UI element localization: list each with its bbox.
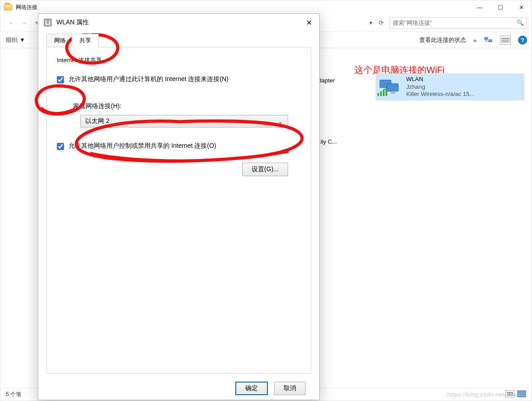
chevron-down-icon[interactable]: ▾ [369,19,372,26]
toolbar-icon-1[interactable] [484,36,493,45]
maximize-button[interactable]: ☐ [490,0,511,14]
dialog-titlebar[interactable]: WLAN 属性 ✕ [38,14,319,31]
dialog-footer: 确定 取消 [38,377,319,400]
combo-value: 以太网 2 [85,117,110,125]
forward-button[interactable]: → [18,17,30,29]
status-text: 5 个项 [6,391,21,398]
checkbox-allow-control-input[interactable] [57,143,64,150]
wifi-adapter-icon [377,75,402,95]
search-icon[interactable]: 🔍 [517,19,524,26]
tab-sharing[interactable]: 共享 [72,34,99,47]
home-network-combo[interactable]: 以太网 2 ⌄ [80,115,288,128]
window-controls: — ☐ ✕ [469,0,532,14]
ok-button[interactable]: 确定 [235,382,268,395]
adapter-icon [44,18,52,27]
back-button[interactable]: ← [5,17,18,29]
watermark-text: https://blog.csdn.net/zhan... [447,391,526,398]
group-title: Internet 连接共享 [57,56,301,64]
refresh-button[interactable]: ⟳ [375,17,387,29]
view-layout-button[interactable] [500,36,511,45]
connection-ssid: Jzhang [406,83,474,91]
search-box[interactable]: 🔍 [390,17,527,29]
checkbox-allow-share[interactable]: 允许其他网络用户通过此计算机的 Internet 连接来连接(N) [57,75,301,83]
tab-network[interactable]: 网络 [46,34,73,47]
toolbar-label-view-status[interactable]: 查看此连接的状态 [419,36,466,44]
checkbox-allow-control-label: 允许其他网络用户控制或禁用共享的 Internet 连接(O) [69,142,216,150]
tab-panel-sharing: Internet 连接共享 允许其他网络用户通过此计算机的 Internet 连… [46,47,311,374]
chevron-down-icon: ⌄ [278,118,283,125]
signal-bars-icon [377,88,387,96]
checkbox-allow-control[interactable]: 允许其他网络用户控制或禁用共享的 Internet 连接(O) [57,142,301,150]
checkbox-allow-share-label: 允许其他网络用户通过此计算机的 Internet 连接来连接(N) [69,75,229,83]
search-input[interactable] [393,19,517,26]
explorer-titlebar[interactable]: 网络连接 — ☐ ✕ [0,0,532,14]
svg-rect-0 [485,37,488,40]
window-title: 网络连接 [16,4,37,11]
folder-icon [4,4,12,10]
home-network-label: 家庭网络连接(H): [73,102,301,110]
wlan-properties-dialog: WLAN 属性 ✕ 网络 共享 Internet 连接共享 允许其他网络用户通过… [38,14,320,400]
dialog-close-button[interactable]: ✕ [302,16,316,29]
text-fragment-ilyc: ily C... [321,138,337,145]
connection-item-wlan[interactable]: WLAN Jzhang Killer Wireless-n/a/ac 15... [376,73,524,100]
checkbox-allow-share-input[interactable] [57,76,64,83]
settings-button[interactable]: 设置(G)... [242,163,288,176]
cancel-button[interactable]: 取消 [274,382,306,395]
text-fragment-adapter: dapter [318,77,335,84]
tab-strip: 网络 共享 [46,33,311,47]
connection-name: WLAN [406,76,474,83]
help-button[interactable]: ? [518,36,527,45]
minimize-button[interactable]: — [469,0,490,14]
connection-nic: Killer Wireless-n/a/ac 15... [406,91,474,98]
organize-menu[interactable]: 组织▼ [6,36,25,44]
dialog-title: WLAN 属性 [56,18,89,27]
toolbar-more[interactable]: » [473,37,477,44]
close-button[interactable]: ✕ [511,0,532,14]
svg-rect-1 [489,40,492,42]
